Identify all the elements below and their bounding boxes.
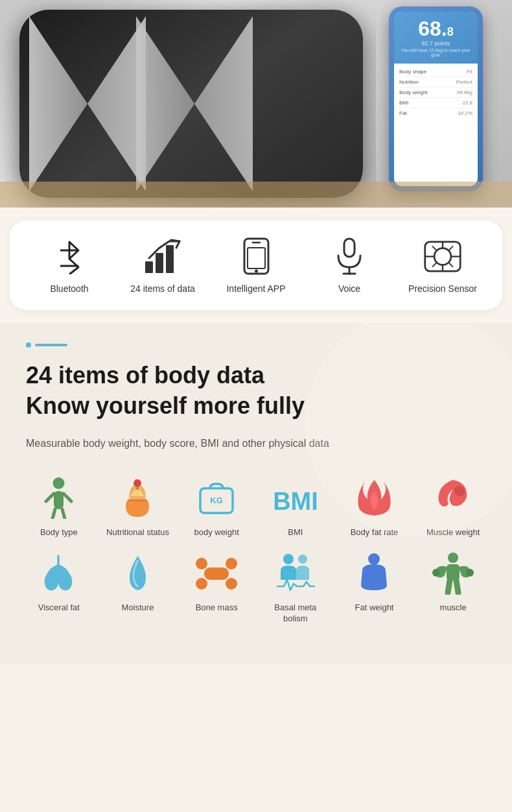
section-subtitle: Measurable body weight, body score, BMI … [26, 438, 486, 449]
hero-section: 68.8 92.7 points You still have 15.8kg t… [0, 0, 512, 208]
feature-app: Intelligent APP [209, 237, 303, 294]
nutritional-icon [115, 475, 160, 521]
svg-line-23 [448, 262, 453, 267]
sensor-icon [423, 237, 462, 276]
fat-weight-icon [351, 551, 397, 596]
bone-label: Bone mass [196, 603, 238, 614]
section-title: 24 items of body data Know yourself more… [26, 361, 486, 422]
svg-line-31 [62, 509, 65, 519]
data-item-muscle-weight: Muscle weight [420, 475, 486, 538]
svg-line-22 [432, 246, 437, 250]
phone-message: You still have 15.8kg to reach your goal… [399, 48, 472, 57]
data-item-muscle: muscle [420, 551, 486, 625]
svg-point-44 [283, 554, 294, 564]
phone-row-4: BMI23.8 [399, 98, 472, 108]
phone-mockup: 68.8 92.7 points You still have 15.8kg t… [389, 6, 483, 191]
data-item-body-type: Body type [26, 475, 92, 538]
accent-line [26, 342, 486, 348]
data-grid-row2: Visceral fat Moisture [26, 551, 486, 625]
svg-line-25 [432, 262, 437, 267]
visceral-label: Visceral fat [38, 603, 80, 614]
svg-rect-43 [204, 567, 229, 580]
title-line2: Know yourself more fully [26, 392, 305, 419]
title-line1: 24 items of body data [26, 362, 264, 388]
data-grid-row1: Body type Nutritional status [26, 475, 486, 538]
svg-marker-2 [136, 16, 194, 191]
fat-rate-icon [351, 475, 397, 521]
feature-sensor: Precision Sensor [396, 237, 489, 294]
body-type-icon [36, 475, 82, 521]
body-type-label: Body type [40, 527, 78, 538]
feature-voice-label: Voice [338, 283, 360, 294]
fat-rate-label: Body fat rate [351, 527, 399, 538]
data-item-moisture: Moisture [105, 551, 171, 625]
svg-point-26 [53, 477, 65, 489]
svg-rect-7 [156, 253, 163, 273]
accent-dash [35, 344, 67, 346]
fat-weight-label: Fat weight [355, 603, 394, 614]
data-item-nutritional: Nutritional status [105, 475, 171, 538]
phone-weight-display: 68.8 [399, 18, 472, 39]
phone-row-2: NutritionPerfect [399, 77, 472, 88]
chart-icon [143, 237, 182, 276]
svg-point-12 [255, 270, 258, 273]
body-weight-icon: KG [194, 475, 239, 521]
body-weight-label: body weight [194, 527, 239, 538]
svg-line-24 [448, 246, 453, 250]
svg-text:KG: KG [210, 496, 223, 505]
feature-data-label: 24 items of data [130, 283, 195, 294]
phone-score-display: 92.7 points [399, 40, 472, 47]
muscle-weight-label: Muscle weight [426, 527, 480, 538]
svg-line-29 [64, 494, 71, 501]
svg-point-50 [466, 569, 474, 577]
nutritional-label: Nutritional status [106, 527, 169, 538]
data-item-bone: Bone mass [183, 551, 250, 625]
accent-dot [26, 342, 31, 348]
svg-point-42 [226, 578, 237, 590]
feature-bluetooth-label: Bluetooth [50, 283, 88, 294]
svg-point-47 [448, 553, 458, 563]
data-item-body-weight: KG body weight [183, 475, 250, 538]
svg-point-40 [226, 558, 237, 569]
features-container: Bluetooth 24 items of data [10, 221, 502, 310]
feature-bluetooth: Bluetooth [23, 237, 116, 294]
svg-point-46 [368, 553, 380, 565]
features-bar: Bluetooth 24 items of data [0, 208, 512, 323]
feature-voice: Voice [303, 237, 396, 294]
bone-icon [194, 551, 239, 596]
body-data-section: 24 items of body data Know yourself more… [0, 323, 512, 663]
svg-marker-3 [194, 16, 253, 191]
svg-text:BMI: BMI [273, 488, 318, 515]
bluetooth-icon [50, 237, 89, 276]
svg-rect-11 [248, 248, 265, 269]
feature-sensor-label: Precision Sensor [408, 283, 477, 294]
svg-point-49 [432, 569, 440, 577]
muscle-weight-icon [430, 475, 476, 521]
svg-point-45 [298, 555, 307, 564]
phone-row-3: Body weight68.8kg [399, 88, 472, 98]
visceral-icon [36, 551, 82, 596]
svg-rect-13 [344, 239, 355, 257]
phone-row-1: Body shapeFit [399, 67, 472, 77]
feature-data: 24 items of data [116, 237, 209, 294]
svg-line-52 [456, 580, 458, 593]
data-item-fat-rate: Body fat rate [342, 475, 408, 538]
data-item-visceral: Visceral fat [26, 551, 92, 625]
data-item-fat-weight: Fat weight [342, 551, 408, 625]
svg-rect-8 [166, 245, 174, 273]
svg-point-37 [454, 486, 465, 496]
data-item-basal: Basal meta bolism [262, 551, 329, 625]
moisture-icon [115, 551, 160, 596]
svg-point-39 [196, 558, 207, 569]
svg-line-51 [448, 580, 450, 593]
bmi-label: BMI [288, 527, 303, 538]
phone-row-5: Fat16.2% [399, 108, 472, 118]
bmi-icon: BMI [273, 475, 318, 521]
data-item-bmi: BMI BMI [262, 475, 329, 538]
svg-point-41 [196, 578, 207, 590]
moisture-label: Moisture [122, 603, 154, 614]
muscle-label: muscle [440, 603, 467, 614]
basal-label: Basal meta bolism [262, 603, 329, 625]
phone-app-icon [237, 237, 275, 276]
svg-line-30 [52, 509, 55, 519]
